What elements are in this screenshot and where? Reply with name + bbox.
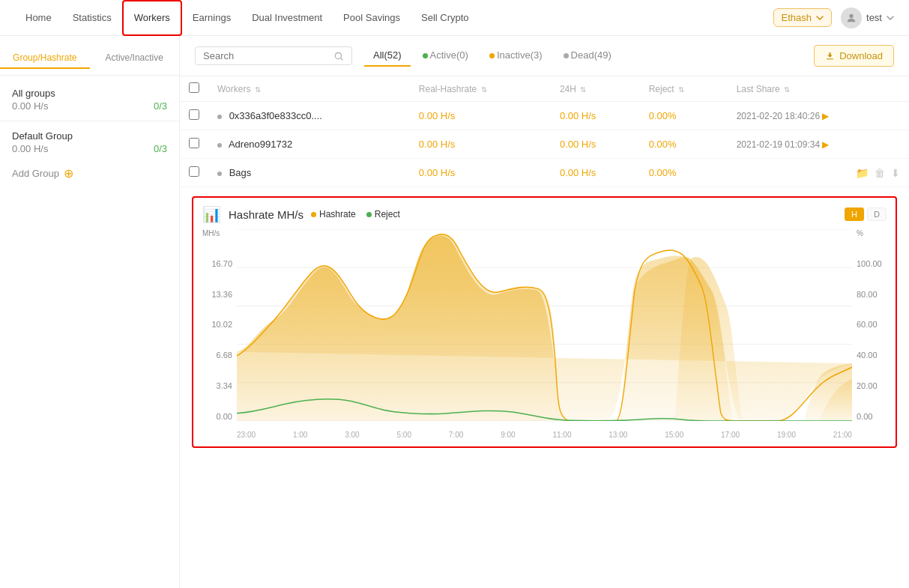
period-h-button[interactable]: H (845, 207, 864, 221)
nav-statistics[interactable]: Statistics (62, 0, 122, 36)
filter-bar: All(52) Active(0) Inactive(3) Dead(49) D… (180, 36, 909, 76)
search-input[interactable] (203, 50, 329, 61)
worker-lastshare-1: 2021-02-19 01:09:34 ▶ (728, 130, 909, 159)
delete-icon[interactable]: 🗑 (875, 167, 885, 179)
y-left-4: 3.34 (202, 381, 232, 390)
filter-tabs: All(52) Active(0) Inactive(3) Dead(49) (364, 45, 620, 67)
x-label-8: 15:00 (665, 431, 683, 439)
worker-dot-2 (217, 172, 222, 176)
filter-dead[interactable]: Dead(49) (555, 45, 620, 67)
table-row: Bags 0.00 H/s 0.00 H/s 0.00% 📁 🗑 ⬇ (180, 159, 909, 187)
row1-detail-arrow[interactable]: ▶ (822, 139, 829, 150)
nav-workers[interactable]: Workers (122, 0, 182, 36)
user-menu[interactable]: test (841, 7, 894, 28)
download-icon (825, 51, 835, 61)
row0-detail-arrow[interactable]: ▶ (822, 111, 829, 121)
add-group-button[interactable]: Add Group ⊕ (0, 160, 179, 187)
x-label-9: 17:00 (721, 431, 740, 439)
main-container: Group/Hashrate Active/Inactive All group… (0, 36, 909, 588)
chart-x-axis: 23:00 1:00 3:00 5:00 7:00 9:00 11:00 13:… (237, 431, 852, 439)
y-right-1: 80.00 (857, 290, 887, 299)
col-24h: 24H ⇅ (551, 76, 640, 102)
sidebar-default-group: Default Group 0.00 H/s 0/3 (0, 124, 179, 160)
y-left-1: 13.36 (202, 290, 232, 299)
row2-checkbox[interactable] (189, 138, 199, 148)
add-group-plus-icon: ⊕ (64, 166, 73, 181)
chart-icon: 📊 (202, 205, 221, 223)
y-right-unit: % (857, 229, 887, 237)
col-reject: Reject ⇅ (640, 76, 728, 102)
nav-dual-investment[interactable]: Dual Investment (241, 0, 333, 36)
svg-point-1 (335, 52, 341, 58)
sidebar-tab-group[interactable]: Group/Hashrate (0, 48, 90, 69)
nav-home[interactable]: Home (15, 0, 62, 36)
row3-checkbox[interactable] (189, 166, 199, 177)
worker-dot-0 (217, 115, 222, 119)
content-area: All(52) Active(0) Inactive(3) Dead(49) D… (180, 36, 909, 588)
y-left-2: 10.02 (202, 320, 232, 329)
search-box[interactable] (195, 46, 352, 65)
reject-sort-icon: ⇅ (678, 85, 684, 94)
x-label-11: 21:00 (833, 431, 852, 439)
hashrate-dot (311, 212, 316, 217)
nav-earnings[interactable]: Earnings (182, 0, 241, 36)
download-label: Download (839, 50, 883, 61)
username-label: test (866, 12, 882, 23)
worker-reject-1: 0.00% (640, 130, 728, 159)
y-right-0: 100.00 (857, 259, 887, 268)
filter-inactive[interactable]: Inactive(3) (480, 45, 552, 67)
add-group-label: Add Group (12, 168, 59, 179)
x-label-7: 13:00 (608, 431, 627, 439)
workers-sort-icon: ⇅ (255, 85, 261, 94)
worker-lastshare-2: 📁 🗑 ⬇ (728, 159, 909, 187)
filter-all[interactable]: All(52) (364, 45, 411, 67)
x-label-3: 5:00 (397, 431, 411, 439)
chart-svg-element (237, 229, 852, 421)
download-button[interactable]: Download (814, 45, 894, 67)
workers-table: Workers ⇅ Real-Hashrate ⇅ 24H ⇅ Reject ⇅ (180, 76, 909, 187)
row1-checkbox[interactable] (189, 109, 199, 120)
y-right-2: 60.00 (857, 320, 887, 329)
all-groups-label: All groups (12, 88, 167, 99)
ethash-selector[interactable]: Ethash (773, 8, 832, 27)
chart-svg (237, 229, 852, 421)
col-real-hashrate: Real-Hashrate ⇅ (410, 76, 551, 102)
sidebar-tab-active[interactable]: Active/Inactive (90, 48, 180, 69)
select-all-checkbox[interactable] (189, 82, 199, 93)
download-row-icon[interactable]: ⬇ (891, 167, 900, 179)
reject-dot (366, 212, 372, 217)
svg-point-0 (849, 13, 853, 17)
nav-pool-savings[interactable]: Pool Savings (333, 0, 411, 36)
y-left-3: 6.68 (202, 351, 232, 360)
worker-lastshare-0: 2021-02-20 18:40:26 ▶ (728, 102, 909, 130)
legend-reject: Reject (366, 209, 400, 219)
worker-reject-2: 0.00% (640, 159, 728, 187)
chart-header: 📊 Hashrate MH/s Hashrate Reject H D (202, 205, 887, 223)
worker-dot-1 (217, 143, 222, 148)
worker-reject-0: 0.00% (640, 102, 728, 130)
folder-icon[interactable]: 📁 (856, 167, 869, 179)
chart-legend: Hashrate Reject (311, 209, 400, 219)
chart-container: 📊 Hashrate MH/s Hashrate Reject H D (192, 196, 897, 448)
y-left-5: 0.00 (202, 412, 232, 421)
user-avatar (841, 7, 862, 28)
worker-hashrate-1: 0.00 H/s (410, 130, 551, 159)
table-header: Workers ⇅ Real-Hashrate ⇅ 24H ⇅ Reject ⇅ (180, 76, 909, 102)
chart-area: MH/s 16.70 13.36 10.02 6.68 3.34 0.00 % … (202, 229, 887, 439)
worker-24h-2: 0.00 H/s (551, 159, 640, 187)
nav-sell-crypto[interactable]: Sell Crypto (411, 0, 480, 36)
legend-hashrate: Hashrate (311, 209, 356, 219)
y-left-unit: MH/s (202, 229, 232, 237)
table-row: 0x336a3f0e833cc0.... 0.00 H/s 0.00 H/s 0… (180, 102, 909, 130)
period-d-button[interactable]: D (867, 207, 887, 221)
sidebar-divider (0, 121, 179, 121)
chevron-down-icon (816, 14, 824, 22)
hashrate-sort-icon: ⇅ (481, 85, 487, 94)
filter-active[interactable]: Active(0) (414, 45, 477, 67)
dead-dot (564, 53, 569, 58)
row2-actions: 📁 🗑 ⬇ (737, 167, 900, 179)
x-label-4: 7:00 (449, 431, 463, 439)
worker-name-1: Adreno991732 (208, 130, 410, 159)
search-icon (333, 51, 344, 61)
active-dot (423, 53, 428, 58)
